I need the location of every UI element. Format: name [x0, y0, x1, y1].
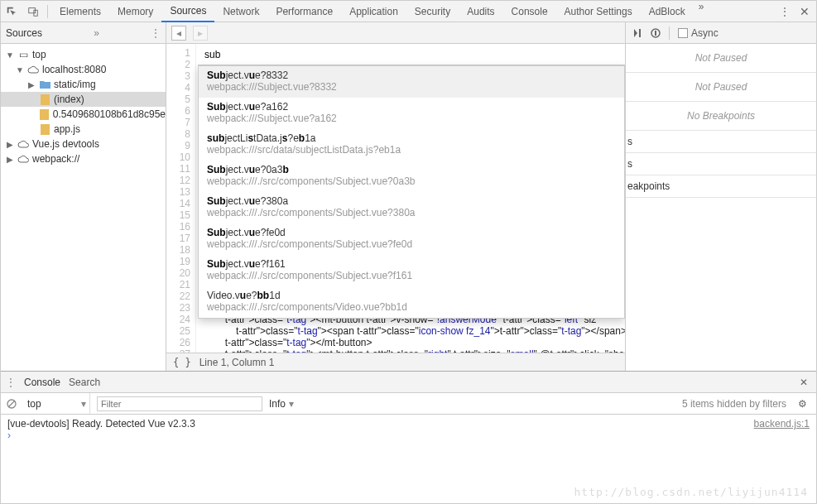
devtools-window: Elements Memory Sources Network Performa…	[0, 0, 817, 504]
sources-navigator: Sources » ⋮ ▼▭top ▼localhost:8080 ▶stati…	[1, 22, 166, 371]
tab-console[interactable]: Console	[503, 1, 556, 22]
device-mode-icon[interactable]	[22, 1, 44, 22]
open-file-input-row	[198, 44, 625, 65]
svg-rect-4	[41, 124, 50, 135]
search-result-item[interactable]: Subject.vue?fe0dwebpack:///./src/compone…	[199, 223, 624, 255]
tree-host[interactable]: ▼localhost:8080	[1, 62, 166, 77]
svg-rect-5	[639, 29, 641, 37]
tree-top[interactable]: ▼▭top	[1, 47, 166, 62]
async-checkbox[interactable]: Async	[678, 27, 718, 39]
line-gutter: 1234567891011121314151617181920212223242…	[166, 44, 196, 353]
open-file-overlay: Subject.vue?8332webpack:///Subject.vue?8…	[198, 44, 625, 319]
open-file-results: Subject.vue?8332webpack:///Subject.vue?8…	[198, 65, 625, 319]
watermark-text: http://blog.csdn.net/liyijun4114	[574, 486, 808, 498]
editor-statusbar: { } Line 1, Column 1	[166, 353, 625, 371]
tab-sources[interactable]: Sources	[161, 1, 214, 22]
tab-memory[interactable]: Memory	[109, 1, 161, 22]
context-selector[interactable]: top▾	[24, 393, 90, 414]
clear-console-icon[interactable]	[6, 398, 17, 410]
search-result-item[interactable]: Subject.vue?f161webpack:///./src/compone…	[199, 255, 624, 286]
svg-line-9	[8, 401, 15, 407]
debugger-toolbar: Async	[626, 22, 816, 44]
main-area: Sources » ⋮ ▼▭top ▼localhost:8080 ▶stati…	[1, 22, 816, 371]
resume-icon[interactable]	[632, 28, 642, 38]
tree-file-appjs[interactable]: app.js	[1, 122, 166, 137]
console-drawer: ⋮ Console Search ✕ top▾ Info▾ 5 items hi…	[1, 371, 816, 503]
hidden-items-msg: 5 items hidden by filters	[682, 398, 786, 410]
cloud-icon	[17, 138, 29, 150]
pretty-print-icon[interactable]: { }	[173, 357, 191, 368]
tree-file-index[interactable]: (index)	[1, 92, 166, 107]
inspect-icon[interactable]	[1, 1, 22, 22]
log-level-selector[interactable]: Info▾	[269, 393, 327, 414]
search-result-item[interactable]: subjectListData.js?eb1awebpack:///src/da…	[199, 129, 624, 161]
drawer-tab-search[interactable]: Search	[69, 377, 100, 388]
search-result-item[interactable]: Subject.vue?8332webpack:///Subject.vue?8…	[199, 66, 624, 98]
file-icon	[39, 108, 50, 120]
scope-section: Not Paused	[626, 73, 816, 102]
console-toolbar: top▾ Info▾ 5 items hidden by filters ⚙	[1, 393, 816, 415]
search-result-item[interactable]: Subject.vue?380awebpack:///./src/compone…	[199, 192, 624, 223]
tab-adblock[interactable]: AdBlock	[641, 1, 694, 22]
cloud-icon	[27, 64, 39, 75]
file-tree: ▼▭top ▼localhost:8080 ▶static/img (index…	[1, 44, 166, 371]
drawer-tab-console[interactable]: Console	[24, 377, 60, 388]
tab-author-settings[interactable]: Author Settings	[556, 1, 641, 22]
svg-rect-7	[655, 31, 656, 36]
drawer-tabs: ⋮ Console Search ✕	[1, 372, 816, 393]
tab-application[interactable]: Application	[341, 1, 406, 22]
file-icon	[39, 94, 50, 105]
navigator-header: Sources » ⋮	[1, 22, 166, 44]
breakpoints-section: No Breakpoints	[626, 102, 816, 131]
editor-body[interactable]: 1234567891011121314151617181920212223242…	[166, 44, 625, 353]
navigator-kebab-icon[interactable]: ⋮	[151, 27, 161, 39]
console-body[interactable]: [vue-devtools] Ready. Detected Vue v2.3.…	[1, 415, 816, 503]
tab-security[interactable]: Security	[406, 1, 459, 22]
section-cut-2[interactable]: s	[626, 153, 816, 175]
tree-vue-devtools[interactable]: ▶Vue.js devtools	[1, 137, 166, 151]
svg-rect-2	[41, 94, 50, 105]
drawer-close-icon[interactable]: ✕	[800, 377, 811, 388]
pause-exceptions-icon[interactable]	[651, 28, 661, 38]
editor-panel: ◂ ▸ 123456789101112131415161718192021222…	[166, 22, 626, 371]
main-tabs: Elements Memory Sources Network Performa…	[51, 1, 775, 22]
cloud-icon	[17, 153, 29, 165]
section-cut-1[interactable]: s	[626, 131, 816, 153]
console-log-msg: [vue-devtools] Ready. Detected Vue v2.3.…	[7, 418, 754, 430]
search-result-item[interactable]: Video.vue?bb1dwebpack:///./src/component…	[199, 286, 624, 318]
open-file-input[interactable]	[204, 49, 618, 60]
console-filter-input[interactable]	[97, 396, 262, 411]
window-icon: ▭	[17, 49, 29, 60]
tab-audits[interactable]: Audits	[459, 1, 502, 22]
tree-file-hash[interactable]: 0.5409680108b61d8c95e	[1, 107, 166, 122]
tab-elements[interactable]: Elements	[51, 1, 109, 22]
debugger-panel: Async Not Paused Not Paused No Breakpoin…	[626, 22, 816, 371]
history-fwd-icon[interactable]: ▸	[193, 26, 208, 41]
tab-network[interactable]: Network	[214, 1, 267, 22]
console-log-line: [vue-devtools] Ready. Detected Vue v2.3.…	[7, 418, 810, 430]
tree-webpack[interactable]: ▶webpack://	[1, 151, 166, 166]
section-cut-3[interactable]: eakpoints	[626, 175, 816, 198]
console-prompt[interactable]: ›	[7, 430, 810, 441]
folder-icon	[39, 79, 50, 90]
svg-rect-3	[40, 109, 49, 120]
editor-toolbar: ◂ ▸	[166, 22, 625, 44]
navigator-tab-sources[interactable]: Sources	[6, 27, 42, 39]
search-result-item[interactable]: Subject.vue?a162webpack:///Subject.vue?a…	[199, 98, 624, 129]
drawer-kebab-icon[interactable]: ⋮	[6, 377, 16, 388]
top-toolbar: Elements Memory Sources Network Performa…	[1, 1, 816, 22]
history-back-icon[interactable]: ◂	[171, 26, 186, 41]
tabs-overflow-icon[interactable]: »	[694, 1, 709, 22]
close-devtools-icon[interactable]: ✕	[800, 5, 810, 18]
callstack-section: Not Paused	[626, 44, 816, 73]
console-log-src[interactable]: backend.js:1	[754, 418, 810, 430]
tab-performance[interactable]: Performance	[267, 1, 341, 22]
search-result-item[interactable]: Subject.vue?0a3bwebpack:///./src/compone…	[199, 161, 624, 192]
cursor-position: Line 1, Column 1	[199, 357, 275, 368]
tree-folder-static[interactable]: ▶static/img	[1, 77, 166, 92]
navigator-overflow-icon[interactable]: »	[94, 27, 99, 39]
console-settings-icon[interactable]: ⚙	[793, 398, 811, 410]
file-icon	[39, 123, 50, 135]
kebab-menu-icon[interactable]: ⋮	[775, 6, 795, 17]
